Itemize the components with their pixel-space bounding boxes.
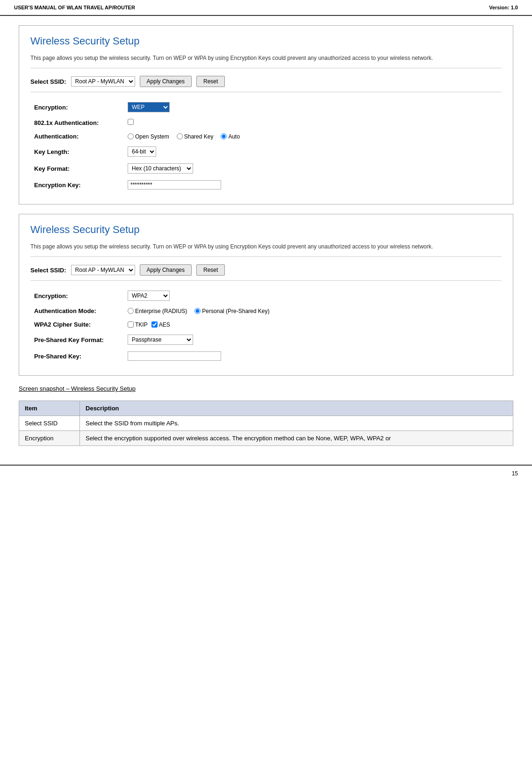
wpa2-encryption-select[interactable]: WPA2 [128, 291, 170, 301]
header-right: Version: 1.0 [489, 5, 518, 10]
ssid-select-1[interactable]: Root AP - MyWLAN [71, 76, 135, 87]
cipher-row: TKIP AES [128, 321, 498, 328]
authmode-radio-group: Enterprise (RADIUS) Personal (Pre-Shared… [128, 308, 498, 314]
wpa2-encryption-label: Encryption: [30, 287, 124, 304]
auth8021x-row: 802.1x Authentication: [30, 116, 502, 130]
auth-auto-label[interactable]: Auto [221, 133, 240, 140]
encryption-row: Encryption: WEP [30, 99, 502, 116]
keylength-select[interactable]: 64-bit [128, 146, 156, 157]
ssid-label-2: Select SSID: [30, 267, 66, 274]
auth-open-label[interactable]: Open System [128, 133, 169, 140]
panel1-title: Wireless Security Setup [30, 35, 502, 47]
psk-format-select[interactable]: Passphrase [128, 335, 193, 345]
encryption-select-1[interactable]: WEP [128, 102, 170, 112]
row1-item: Select SSID [19, 416, 80, 431]
panel2-desc: This page allows you setup the wireless … [30, 242, 502, 257]
authmode-enterprise-radio[interactable] [128, 308, 134, 314]
header-left: USER'S MANUAL OF WLAN TRAVEL AP/ROUTER [14, 5, 135, 10]
auth8021x-checkbox[interactable] [128, 119, 134, 125]
keyformat-label: Key Format: [30, 160, 124, 177]
auth8021x-label: 802.1x Authentication: [30, 116, 124, 130]
auth-shared-radio[interactable] [177, 133, 183, 139]
authmode-personal-label[interactable]: Personal (Pre-Shared Key) [194, 308, 269, 314]
ssid-row-1: Select SSID: Root AP - MyWLAN Apply Chan… [30, 76, 502, 92]
wpa2-encryption-row: Encryption: WPA2 [30, 287, 502, 304]
wpa2-form-table: Encryption: WPA2 Authentication Mode: En… [30, 287, 502, 364]
authmode-label: Authentication Mode: [30, 304, 124, 318]
keylength-label: Key Length: [30, 143, 124, 160]
reset-button-2[interactable]: Reset [196, 264, 225, 276]
auth-shared-label[interactable]: Shared Key [177, 133, 214, 140]
auth-radio-group: Open System Shared Key Auto [128, 133, 498, 140]
auth-auto-radio[interactable] [221, 133, 227, 139]
psk-row: Pre-Shared Key: [30, 348, 502, 364]
panel-wep: Wireless Security Setup This page allows… [19, 25, 513, 204]
authmode-personal-radio[interactable] [194, 308, 201, 314]
enckey-label: Encryption Key: [30, 177, 124, 193]
enckey-row: Encryption Key: [30, 177, 502, 193]
table-row: Encryption Select the encryption support… [19, 431, 513, 446]
panel1-desc: This page allows you setup the wireless … [30, 54, 502, 68]
page-footer: 15 [0, 465, 532, 481]
description-table: Item Description Select SSID Select the … [19, 401, 513, 446]
ssid-row-2: Select SSID: Root AP - MyWLAN Apply Chan… [30, 264, 502, 281]
auth-open-radio[interactable] [128, 133, 134, 139]
table-header-row: Item Description [19, 401, 513, 416]
page-number: 15 [512, 470, 518, 477]
apply-changes-button-2[interactable]: Apply Changes [140, 264, 192, 276]
screenshot-label: Screen snapshot – Wireless Security Setu… [19, 385, 513, 392]
ciphersuite-label: WPA2 Cipher Suite: [30, 318, 124, 331]
cipher-aes-label[interactable]: AES [151, 321, 170, 328]
apply-changes-button-1[interactable]: Apply Changes [140, 76, 192, 87]
col-description: Description [80, 401, 513, 416]
authmode-enterprise-label[interactable]: Enterprise (RADIUS) [128, 308, 187, 314]
ciphersuite-row: WPA2 Cipher Suite: TKIP AES [30, 318, 502, 331]
wep-form-table: Encryption: WEP 802.1x Authentication: A… [30, 99, 502, 193]
panel-wpa2: Wireless Security Setup This page allows… [19, 214, 513, 376]
ssid-select-2[interactable]: Root AP - MyWLAN [71, 265, 135, 275]
ssid-label-1: Select SSID: [30, 78, 66, 85]
page-content: Wireless Security Setup This page allows… [0, 16, 532, 455]
enckey-input[interactable] [128, 180, 221, 190]
keylength-row: Key Length: 64-bit [30, 143, 502, 160]
psk-label: Pre-Shared Key: [30, 348, 124, 364]
cipher-tkip-checkbox[interactable] [128, 321, 134, 328]
psk-input[interactable] [128, 351, 221, 361]
encryption-label: Encryption: [30, 99, 124, 116]
col-item: Item [19, 401, 80, 416]
keyformat-select[interactable]: Hex (10 characters) [128, 163, 193, 174]
psk-format-row: Pre-Shared Key Format: Passphrase [30, 331, 502, 348]
page-header: USER'S MANUAL OF WLAN TRAVEL AP/ROUTER V… [0, 0, 532, 16]
row2-desc: Select the encryption supported over wir… [80, 431, 513, 446]
panel2-title: Wireless Security Setup [30, 224, 502, 236]
row2-item: Encryption [19, 431, 80, 446]
row1-desc: Select the SSID from multiple APs. [80, 416, 513, 431]
psk-format-label: Pre-Shared Key Format: [30, 331, 124, 348]
authentication-label: Authentication: [30, 130, 124, 143]
cipher-tkip-label[interactable]: TKIP [128, 321, 148, 328]
authmode-row: Authentication Mode: Enterprise (RADIUS)… [30, 304, 502, 318]
cipher-aes-checkbox[interactable] [151, 321, 158, 328]
keyformat-row: Key Format: Hex (10 characters) [30, 160, 502, 177]
authentication-row: Authentication: Open System Shared Key [30, 130, 502, 143]
table-row: Select SSID Select the SSID from multipl… [19, 416, 513, 431]
reset-button-1[interactable]: Reset [196, 76, 225, 87]
